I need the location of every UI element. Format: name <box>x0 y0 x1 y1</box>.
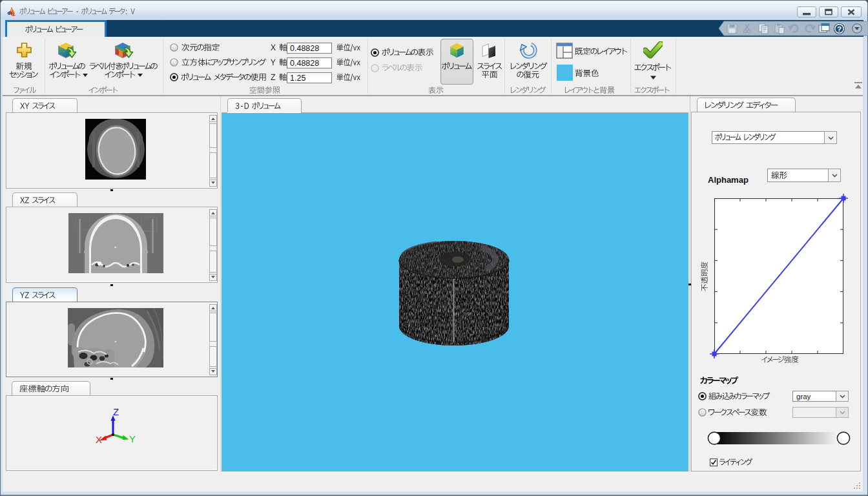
svg-text:?: ? <box>837 25 842 33</box>
